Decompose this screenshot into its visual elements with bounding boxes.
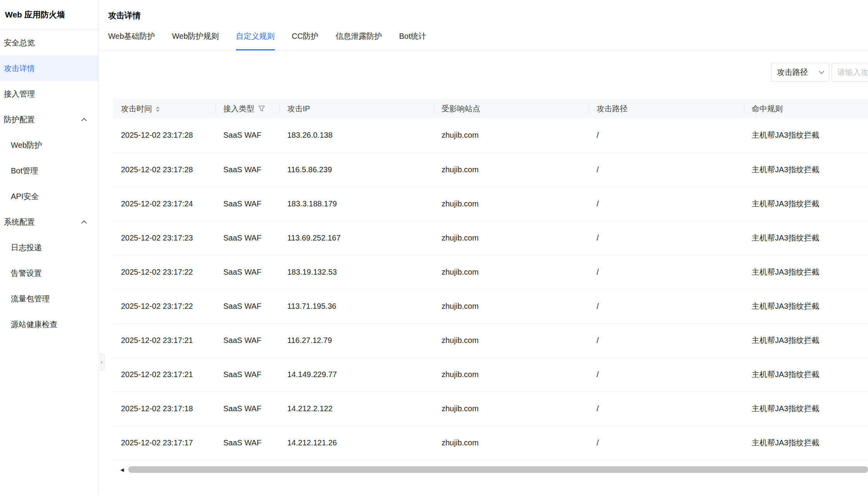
column-header-label: 命中规则 xyxy=(752,104,783,113)
chevron-left-icon: ‹ xyxy=(100,358,103,366)
sidebar-item-label: 接入管理 xyxy=(4,89,35,99)
column-header-1[interactable]: 接入类型 xyxy=(216,99,280,118)
table-cell: 主机帮JA3指纹拦截 xyxy=(744,323,868,357)
column-header-2: 攻击IP xyxy=(280,99,434,118)
table-cell: 116.5.86.239 xyxy=(280,152,434,187)
sidebar-item-log-delivery[interactable]: 日志投递 xyxy=(0,235,98,260)
tab-web-rules[interactable]: Web防护规则 xyxy=(172,31,219,50)
table-cell: / xyxy=(589,323,744,357)
table-cell: 2025-12-02 23:17:28 xyxy=(113,152,216,187)
table-cell: 2025-12-02 23:17:18 xyxy=(113,391,216,426)
table-cell: zhujib.com xyxy=(434,152,589,187)
filter-toolbar: 攻击路径 xyxy=(99,63,868,81)
filter-field-select[interactable]: 攻击路径 xyxy=(771,63,829,81)
table-cell: 183.26.0.138 xyxy=(280,118,434,152)
table-cell: zhujib.com xyxy=(434,118,589,152)
table-cell: zhujib.com xyxy=(434,221,589,255)
sidebar-item-alert-settings[interactable]: 告警设置 xyxy=(0,260,98,286)
table-cell: 主机帮JA3指纹拦截 xyxy=(744,357,868,391)
chevron-up-icon xyxy=(81,220,87,226)
table-cell: 113.69.252.167 xyxy=(280,221,434,255)
tab-cc[interactable]: CC防护 xyxy=(292,31,319,50)
table-cell: zhujib.com xyxy=(434,255,589,289)
scroll-left-arrow-icon[interactable]: ◂ xyxy=(118,466,126,474)
search-input[interactable] xyxy=(832,63,868,81)
table-row: 2025-12-02 23:17:23SaaS WAF113.69.252.16… xyxy=(113,221,868,255)
table-cell: 2025-12-02 23:17:28 xyxy=(113,118,216,152)
table-cell: zhujib.com xyxy=(434,289,589,323)
sidebar-item-label: 流量包管理 xyxy=(11,294,50,304)
table-cell: 主机帮JA3指纹拦截 xyxy=(744,118,868,152)
table-cell: SaaS WAF xyxy=(216,357,280,391)
table-cell: SaaS WAF xyxy=(216,426,280,460)
table-cell: 14.149.229.77 xyxy=(280,357,434,391)
table-row: 2025-12-02 23:17:21SaaS WAF116.27.12.79z… xyxy=(113,323,868,357)
sidebar-item-bot-management[interactable]: Bot管理 xyxy=(0,158,98,183)
sidebar-item-security-overview[interactable]: 安全总览 xyxy=(0,30,98,55)
table-cell: zhujib.com xyxy=(434,391,589,426)
table-cell: 2025-12-02 23:17:23 xyxy=(113,221,216,255)
sidebar-item-traffic-package[interactable]: 流量包管理 xyxy=(0,286,98,312)
sidebar-collapse-handle[interactable]: ‹ xyxy=(98,353,105,370)
sidebar-item-label: 日志投递 xyxy=(11,242,42,253)
scrollbar-thumb[interactable] xyxy=(128,466,868,473)
table-row: 2025-12-02 23:17:28SaaS WAF116.5.86.239z… xyxy=(113,152,868,187)
table-cell: zhujib.com xyxy=(434,323,589,357)
column-header-4: 攻击路径 xyxy=(589,99,744,118)
column-header-label: 受影响站点 xyxy=(442,104,480,113)
table-cell: 2025-12-02 23:17:17 xyxy=(113,426,216,460)
horizontal-scrollbar[interactable]: ◂ xyxy=(113,466,868,474)
column-header-label: 接入类型 xyxy=(223,104,254,113)
sidebar-item-origin-health-check[interactable]: 源站健康检查 xyxy=(0,312,98,337)
filter-field-value: 攻击路径 xyxy=(777,67,808,78)
sidebar-item-attack-details[interactable]: 攻击详情 xyxy=(0,55,98,81)
column-header-label: 攻击时间 xyxy=(121,104,152,113)
sidebar-item-label: 系统配置 xyxy=(4,217,35,227)
table-cell: SaaS WAF xyxy=(216,255,280,289)
tab-web-basic[interactable]: Web基础防护 xyxy=(108,31,155,50)
sidebar-item-label: 攻击详情 xyxy=(4,63,35,74)
table-row: 2025-12-02 23:17:24SaaS WAF183.3.188.179… xyxy=(113,187,868,221)
sidebar-item-web-protection[interactable]: Web防护 xyxy=(0,132,98,158)
sidebar-item-label: 源站健康检查 xyxy=(11,319,57,330)
sort-icon[interactable] xyxy=(156,106,160,112)
tab-info-leak[interactable]: 信息泄露防护 xyxy=(335,31,382,50)
table-cell: zhujib.com xyxy=(434,357,589,391)
table-cell: / xyxy=(589,221,744,255)
table-cell: 主机帮JA3指纹拦截 xyxy=(744,187,868,221)
sidebar-item-label: Bot管理 xyxy=(11,166,38,176)
chevron-up-icon xyxy=(81,118,87,123)
table-row: 2025-12-02 23:17:21SaaS WAF14.149.229.77… xyxy=(113,357,868,391)
table-cell: 183.19.132.53 xyxy=(280,255,434,289)
table-row: 2025-12-02 23:17:17SaaS WAF14.212.121.26… xyxy=(113,426,868,460)
sidebar-item-api-security[interactable]: API安全 xyxy=(0,183,98,209)
table-cell: SaaS WAF xyxy=(216,152,280,187)
filter-funnel-icon[interactable] xyxy=(258,105,265,114)
attack-table: 攻击时间接入类型攻击IP受影响站点攻击路径命中规则 2025-12-02 23:… xyxy=(113,99,868,460)
table-header-row: 攻击时间接入类型攻击IP受影响站点攻击路径命中规则 xyxy=(113,99,868,118)
table-cell: / xyxy=(589,391,744,426)
table-cell: 2025-12-02 23:17:21 xyxy=(113,323,216,357)
tab-bot-stats[interactable]: Bot统计 xyxy=(399,31,426,50)
tab-custom-rules[interactable]: 自定义规则 xyxy=(236,31,275,50)
table-cell: / xyxy=(589,357,744,391)
sidebar-item-protection-config[interactable]: 防护配置 xyxy=(0,107,98,132)
table-cell: / xyxy=(589,187,744,221)
table-cell: SaaS WAF xyxy=(216,289,280,323)
sidebar-menu: 安全总览攻击详情接入管理防护配置Web防护Bot管理API安全系统配置日志投递告… xyxy=(0,30,98,337)
table-cell: zhujib.com xyxy=(434,426,589,460)
sidebar-item-label: 告警设置 xyxy=(11,268,42,279)
table-cell: 主机帮JA3指纹拦截 xyxy=(744,289,868,323)
table-cell: 主机帮JA3指纹拦截 xyxy=(744,426,868,460)
main-content: 攻击详情 Web基础防护Web防护规则自定义规则CC防护信息泄露防护Bot统计 … xyxy=(99,0,868,495)
column-header-0[interactable]: 攻击时间 xyxy=(113,99,216,118)
table-row: 2025-12-02 23:17:28SaaS WAF183.26.0.138z… xyxy=(113,118,868,152)
sidebar-item-system-config[interactable]: 系统配置 xyxy=(0,209,98,235)
table-cell: 主机帮JA3指纹拦截 xyxy=(744,152,868,187)
table-cell: / xyxy=(589,426,744,460)
page-title: 攻击详情 xyxy=(99,0,868,21)
table-row: 2025-12-02 23:17:22SaaS WAF113.71.195.36… xyxy=(113,289,868,323)
sidebar-item-access-management[interactable]: 接入管理 xyxy=(0,81,98,107)
table-cell: SaaS WAF xyxy=(216,118,280,152)
table-cell: 2025-12-02 23:17:22 xyxy=(113,255,216,289)
